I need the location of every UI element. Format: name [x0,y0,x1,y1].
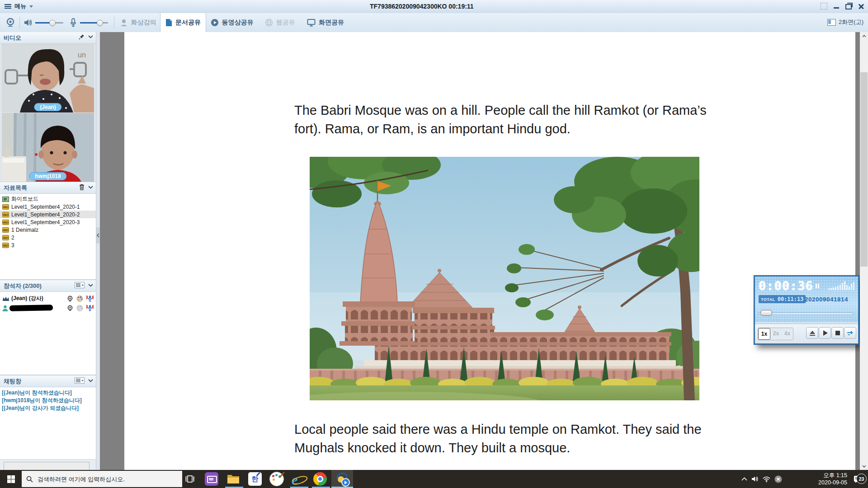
participant-row-host[interactable]: (Jean) (강사) [0,294,96,303]
remote-app-button[interactable] [202,470,222,488]
remote-app-icon [205,472,218,486]
fullscreen-icon[interactable] [821,3,827,9]
video-name-tag: (Jean) [34,103,61,111]
hamburger-icon [5,3,11,9]
document-scrollbar[interactable] [860,32,868,470]
collapse-chevron-icon[interactable] [88,284,93,287]
total-time-badge: TOTAL 00:11:13 [759,295,806,303]
chat-panel-header: 채팅창 [0,375,96,387]
material-item[interactable]: IMG Level1_September4_2020-3 [0,218,96,226]
mic-icon[interactable] [70,13,76,32]
tray-disconnected-icon[interactable] [774,475,782,483]
internet-explorer-button[interactable]: e [288,470,308,488]
collapse-chevron-icon[interactable] [88,186,93,189]
menu-button[interactable]: 메뉴 [5,2,33,10]
notification-count-badge: 23 [856,474,867,484]
drawing-permission-icon-disabled[interactable] [76,305,83,311]
img-file-icon: IMG [2,243,9,248]
svg-text:IMG: IMG [3,244,8,247]
webcam-icon[interactable] [5,13,15,32]
file-explorer-button[interactable] [223,470,243,488]
taskbar-clock[interactable]: 오후 1:15 2020-09-05 [818,472,847,486]
list-options-icon[interactable] [75,377,85,384]
divider [19,17,20,28]
sidebar-collapse-handle[interactable] [96,227,100,244]
speed-1x-button[interactable]: 1x [758,328,770,340]
crown-icon [2,296,9,301]
play-button[interactable] [819,327,831,339]
speed-selector: 1x 2x 4x [758,328,793,340]
mic-status-icon[interactable] [86,295,94,302]
chrome-button[interactable] [310,470,330,488]
tray-chevron-up-icon[interactable] [741,477,747,481]
eject-button[interactable] [806,327,818,339]
speed-2x-button[interactable]: 2x [770,328,782,339]
minimize-button[interactable] [834,7,839,9]
tab-video-lecture[interactable]: 화상강의 [116,13,160,32]
collapse-chevron-icon[interactable] [88,35,93,38]
video-feed-student[interactable]: hwmj1018 [2,113,94,182]
speed-4x-button[interactable]: 4x [782,328,793,339]
drawing-permission-icon[interactable] [76,296,83,302]
shared-document-canvas[interactable]: The Babri Mosque was on a hill. People c… [124,32,855,470]
close-button[interactable] [858,3,864,9]
screen-mode-selector[interactable]: 2화면(고) [827,18,863,26]
img-file-icon: IMG [2,235,9,240]
whiteboard-icon [2,197,9,202]
mic-volume-slider[interactable] [80,13,108,32]
video-feed-teacher[interactable]: un (Jean) [2,44,94,113]
seek-handle[interactable] [760,310,772,316]
tray-wifi-icon[interactable] [763,476,770,482]
participants-list: (Jean) (강사) [0,292,96,375]
search-input[interactable] [37,475,165,483]
tab-web-share[interactable]: 웹공유 [259,13,301,32]
toolbar: 화상강의 문서공유 동영상공유 웹공유 화면공유 2화면(고) [0,13,868,33]
mic-status-icon[interactable] [86,305,94,311]
start-button[interactable] [0,470,22,488]
scroll-up-button[interactable] [860,32,868,40]
paint-app-button[interactable] [267,470,287,488]
restore-button[interactable] [845,4,852,9]
conference-app-button[interactable] [332,470,352,488]
tray-speaker-icon[interactable] [751,476,759,482]
img-file-icon: IMG [2,227,9,233]
document-paragraph-1: The Babri Mosque was on a hill. People c… [294,101,710,138]
svg-text:IMG: IMG [3,236,8,239]
webcam-status-icon[interactable] [67,296,73,302]
task-view-button[interactable] [180,470,200,488]
participant-row-attendee[interactable] [0,303,96,313]
scroll-down-button[interactable] [860,462,868,470]
material-item[interactable]: IMG 3 [0,241,96,249]
trash-icon[interactable] [79,184,85,190]
material-item[interactable]: 화이트보드 [0,195,96,203]
speaker-volume-slider[interactable] [35,13,63,32]
participants-panel-header: 참석자 (2/300) [0,280,96,292]
webcam-status-icon[interactable] [67,305,73,311]
material-item[interactable]: IMG 2 [0,234,96,241]
material-item[interactable]: IMG Level1_September4_2020-1 [0,203,96,211]
tab-document-share[interactable]: 문서공유 [160,13,206,32]
taskbar-search[interactable] [22,471,182,487]
video-feed-list: un (Jean) [0,44,96,182]
tab-media-share[interactable]: 동영상공유 [206,13,258,32]
pin-icon[interactable] [79,34,85,40]
speaker-icon[interactable] [24,13,33,32]
clock-date: 2020-09-05 [818,479,847,486]
hangul-app-button[interactable]: 한 [245,470,265,488]
document-paragraph-2: Local people said there was a Hindu temp… [294,420,710,457]
transfer-button[interactable] [844,327,856,339]
collapse-chevron-icon[interactable] [88,379,93,382]
material-item[interactable]: IMG 1 Denimalz [0,226,96,234]
window-title: TF79386202009042300KO 00:19:11 [370,3,474,10]
scrollbar-thumb[interactable] [860,72,868,267]
list-options-icon[interactable] [75,282,85,288]
system-tray [741,470,782,488]
seek-bar[interactable] [759,313,854,315]
material-item-selected[interactable]: IMG Level1_September4_2020-2 [0,211,96,218]
tab-screen-share[interactable]: 화면공유 [302,13,349,32]
windows-logo-icon [7,475,15,483]
stop-button[interactable] [831,327,844,339]
action-center-button[interactable]: 23 [848,470,867,488]
eject-icon [810,331,815,334]
main-content-area: The Babri Mosque was on a hill. People c… [100,32,860,470]
